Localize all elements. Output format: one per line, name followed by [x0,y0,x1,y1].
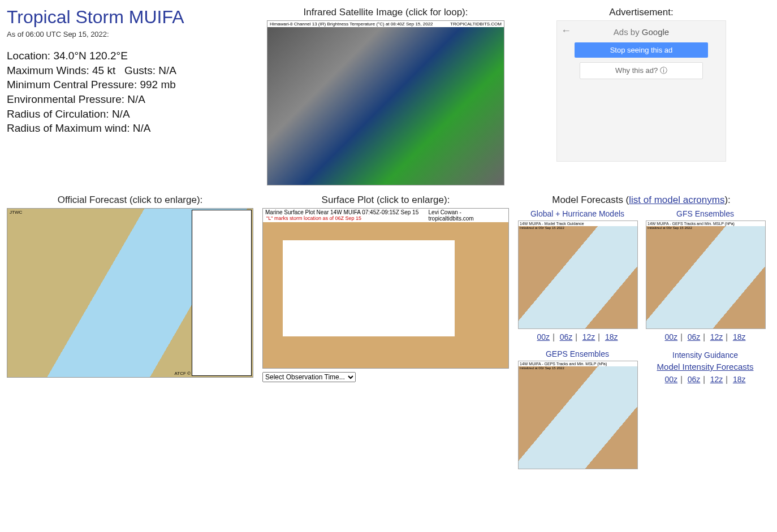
intensity-run-00z[interactable]: 00z [665,375,678,384]
gusts-label: Gusts: [124,64,156,76]
gfs-run-06z[interactable]: 06z [688,332,701,341]
global-models-title: Global + Hurricane Models [518,209,637,218]
geps-ensembles-image[interactable]: 14W MUIFA - GEPS Tracks and Min. MSLP (h… [518,361,638,469]
model-intensity-link[interactable]: Model Intensity Forecasts [657,362,754,371]
geps-cap: 14W MUIFA - GEPS Tracks and Min. MSLP (h… [520,362,607,366]
official-forecast-title: Official Forecast (click to enlarge): [7,194,253,206]
intensity-run-18z[interactable]: 18z [733,375,746,384]
geps-ensembles-title: GEPS Ensembles [518,349,637,358]
observation-time-select[interactable]: Select Observation Time... [262,372,356,382]
surface-sea [283,240,455,336]
global-cap-sub: Initialized at 00z Sep 15 2022 [520,226,564,230]
location-value: 34.0°N 120.2°E [53,50,127,62]
rmw-label: Radius of Maximum wind: [7,122,130,134]
intensity-guidance-block: Intensity Guidance Model Intensity Forec… [646,348,765,469]
official-src-bottom: ATCF © [175,371,191,376]
satellite-caption: Himawari-8 Channel 13 (IR) Brightness Te… [270,21,433,27]
ad-back-icon[interactable]: ← [561,25,571,37]
page-title: Tropical Storm MUIFA [7,7,253,28]
stop-seeing-ad-button[interactable]: Stop seeing this ad [575,42,708,58]
intensity-run-06z[interactable]: 06z [688,375,701,384]
gfs-run-00z[interactable]: 00z [665,332,678,341]
intensity-run-12z[interactable]: 12z [710,375,723,384]
intensity-guidance-title: Intensity Guidance [646,351,765,360]
global-run-12z[interactable]: 12z [582,332,595,341]
gusts-value: N/A [158,64,176,76]
surface-plot-title: Surface Plot (click to enlarge): [262,194,509,206]
satellite-image[interactable]: Himawari-8 Channel 13 (IR) Brightness Te… [267,20,504,185]
official-forecast-image[interactable]: JTWC ATCF © [7,208,253,378]
global-cap: 14W MUIFA - Model Track Guidance [520,222,584,226]
gfs-ensembles-block: GFS Ensembles 14W MUIFA - GEFS Tracks an… [646,208,765,348]
as-of-timestamp: As of 06:00 UTC Sep 15, 2022: [7,30,253,38]
gfs-run-18z[interactable]: 18z [733,332,746,341]
roc-value: N/A [112,108,130,120]
mf-suffix: ): [724,194,730,205]
ad-panel: Advertisement: ← Ads by Google Stop seei… [518,7,765,185]
envp-value: N/A [127,93,145,105]
gfs-run-12z[interactable]: 12z [710,332,723,341]
model-forecasts-title: Model Forecasts (list of model acronyms)… [518,194,765,206]
global-models-block: Global + Hurricane Models 14W MUIFA - Mo… [518,208,637,348]
gfs-cap-sub: Initialized at 00z Sep 15 2022 [648,226,692,230]
maxwind-value: 45 kt [92,64,115,76]
surface-plot-image[interactable]: Marine Surface Plot Near 14W MUIFA 07:45… [262,208,509,369]
model-forecasts-panel: Model Forecasts (list of model acronyms)… [518,194,765,469]
official-forecast-panel: Official Forecast (click to enlarge): JT… [7,194,253,469]
gfs-runs: 00z| 06z| 12z| 18z [646,332,765,341]
global-models-image[interactable]: 14W MUIFA - Model Track Guidance Initial… [518,220,638,329]
geps-cap-sub: Initialized at 00z Sep 15 2022 [520,366,564,370]
jtwc-text-box [192,210,252,376]
intensity-runs: 00z| 06z| 12z| 18z [646,375,765,384]
surface-caption-right: Levi Cowan - tropicaltidbits.com [429,209,506,222]
model-acronyms-link[interactable]: list of model acronyms [629,194,724,205]
satellite-panel: Infrared Satellite Image (click for loop… [262,7,509,185]
official-src-top: JTWC [10,210,22,215]
gfs-ensembles-title: GFS Ensembles [646,209,765,218]
global-runs: 00z| 06z| 12z| 18z [518,332,637,341]
global-run-06z[interactable]: 06z [560,332,573,341]
maxwind-label: Maximum Winds: [7,64,89,76]
surface-plot-panel: Surface Plot (click to enlarge): Marine … [262,194,509,469]
gfs-ensembles-image[interactable]: 14W MUIFA - GEFS Tracks and Min. MSLP (h… [646,220,766,329]
ad-header: Ads by Google [556,20,726,37]
surface-sub: "L" marks storm location as of 06Z Sep 1… [265,215,362,221]
mincp-label: Minimum Central Pressure: [7,79,137,90]
ad-box: ← Ads by Google Stop seeing this ad Why … [556,20,726,162]
ad-title: Advertisement: [518,7,765,18]
storm-info-panel: Tropical Storm MUIFA As of 06:00 UTC Sep… [7,7,253,185]
why-this-ad-button[interactable]: Why this ad? ⓘ [580,62,703,79]
gfs-cap: 14W MUIFA - GEFS Tracks and Min. MSLP (h… [648,222,735,226]
stats-block: Location: 34.0°N 120.2°E Maximum Winds: … [7,49,253,136]
ad-header-brand: Google [642,27,669,37]
roc-label: Radius of Circulation: [7,108,109,120]
location-label: Location: [7,50,50,62]
ad-header-prefix: Ads by [614,27,642,37]
rmw-value: N/A [133,122,151,134]
global-run-00z[interactable]: 00z [537,332,550,341]
geps-ensembles-block: GEPS Ensembles 14W MUIFA - GEPS Tracks a… [518,348,637,469]
satellite-source: TROPICALTIDBITS.COM [450,21,502,27]
mincp-value: 992 mb [140,79,175,90]
satellite-title: Infrared Satellite Image (click for loop… [262,7,509,18]
global-run-18z[interactable]: 18z [605,332,618,341]
mf-prefix: Model Forecasts ( [552,194,629,205]
envp-label: Environmental Pressure: [7,93,124,105]
